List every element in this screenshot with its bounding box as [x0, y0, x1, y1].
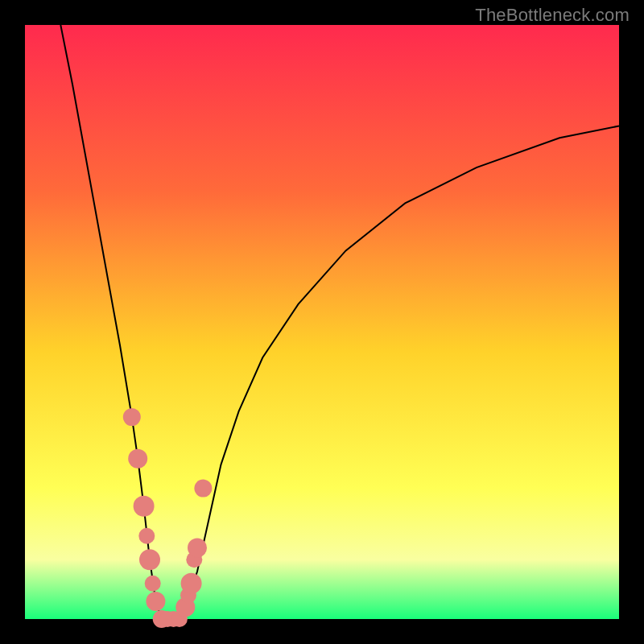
data-marker [138, 528, 155, 544]
data-marker [128, 449, 147, 469]
data-marker [188, 538, 207, 557]
chart-stage: TheBottleneck.com [0, 0, 644, 644]
data-marker [134, 496, 155, 517]
data-marker [145, 576, 161, 592]
marker-group [123, 408, 213, 628]
watermark-text: TheBottleneck.com [475, 5, 630, 26]
data-marker [139, 549, 160, 570]
data-marker [123, 408, 141, 426]
plot-area [25, 25, 619, 619]
data-marker [146, 592, 165, 611]
data-marker [181, 573, 202, 594]
bottleneck-curve-svg [25, 25, 619, 619]
data-marker [194, 480, 212, 497]
